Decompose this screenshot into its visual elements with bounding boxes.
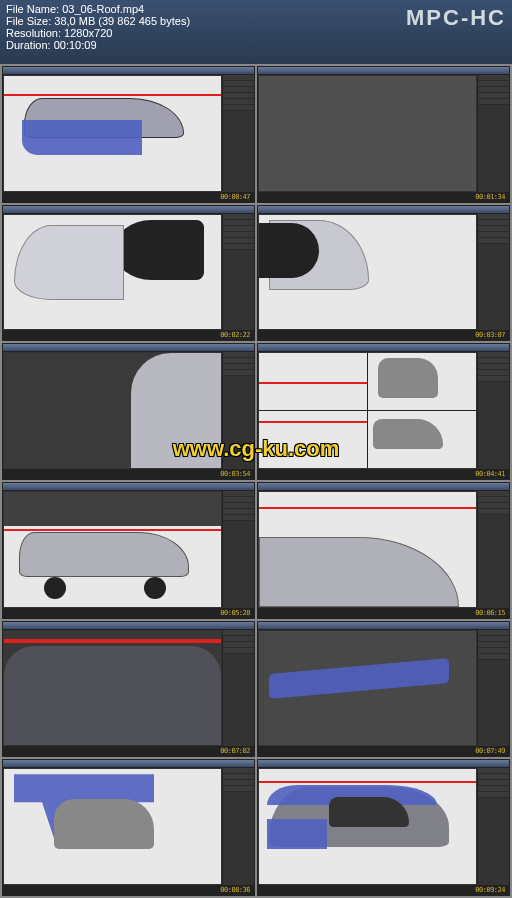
window-titlebar (258, 67, 509, 75)
property-panel (477, 768, 509, 885)
timecode: 00:05:28 (220, 609, 250, 617)
viewport (258, 352, 477, 469)
property-panel (222, 491, 254, 608)
window-titlebar (258, 344, 509, 352)
thumbnail-3[interactable]: 00:02:22 (2, 205, 255, 342)
duration-value: 00:10:09 (54, 39, 97, 51)
property-panel (477, 630, 509, 747)
thumbnail-7[interactable]: 00:05:28 (2, 482, 255, 619)
app-name: MPC-HC (406, 3, 506, 31)
viewport (3, 491, 222, 608)
window-titlebar (3, 344, 254, 352)
thumbnail-12[interactable]: 00:09:24 (257, 759, 510, 896)
property-panel (477, 214, 509, 331)
viewport (3, 768, 222, 885)
viewport (258, 491, 477, 608)
timecode: 00:07:02 (220, 747, 250, 755)
file-name-label: File Name: (6, 3, 59, 15)
resolution-label: Resolution: (6, 27, 61, 39)
window-titlebar (3, 622, 254, 630)
info-left: File Name: 03_06-Roof.mp4 File Size: 38,… (6, 3, 190, 61)
timecode: 00:09:24 (475, 886, 505, 894)
timecode: 00:04:41 (475, 470, 505, 478)
timecode: 00:03:54 (220, 470, 250, 478)
property-panel (477, 75, 509, 192)
viewport (258, 630, 477, 747)
property-panel (222, 75, 254, 192)
viewport (3, 75, 222, 192)
thumbnail-4[interactable]: 00:03:07 (257, 205, 510, 342)
timecode: 00:01:34 (475, 193, 505, 201)
duration-label: Duration: (6, 39, 51, 51)
file-size-label: File Size: (6, 15, 51, 27)
thumbnail-5[interactable]: 00:03:54 (2, 343, 255, 480)
file-name-value: 03_06-Roof.mp4 (62, 3, 144, 15)
viewport (258, 75, 477, 192)
timecode: 00:03:07 (475, 331, 505, 339)
timecode: 00:06:15 (475, 609, 505, 617)
thumbnail-9[interactable]: 00:07:02 (2, 621, 255, 758)
thumbnail-8[interactable]: 00:06:15 (257, 482, 510, 619)
timecode: 00:00:47 (220, 193, 250, 201)
window-titlebar (3, 67, 254, 75)
thumbnail-2[interactable]: 00:01:34 (257, 66, 510, 203)
viewport (3, 214, 222, 331)
timecode: 00:07:49 (475, 747, 505, 755)
window-titlebar (258, 622, 509, 630)
window-titlebar (3, 483, 254, 491)
info-bar: File Name: 03_06-Roof.mp4 File Size: 38,… (0, 0, 512, 64)
thumbnail-10[interactable]: 00:07:49 (257, 621, 510, 758)
viewport (3, 630, 222, 747)
property-panel (222, 352, 254, 469)
property-panel (477, 491, 509, 608)
thumbnail-6[interactable]: 00:04:41 (257, 343, 510, 480)
window-titlebar (258, 483, 509, 491)
viewport (3, 352, 222, 469)
thumbnail-11[interactable]: 00:08:36 (2, 759, 255, 896)
timecode: 00:02:22 (220, 331, 250, 339)
property-panel (222, 214, 254, 331)
window-titlebar (3, 760, 254, 768)
property-panel (222, 630, 254, 747)
property-panel (477, 352, 509, 469)
file-size-value: 38,0 MB (39 862 465 bytes) (54, 15, 190, 27)
thumbnail-grid: 00:00:47 00:01:34 00:02:22 (0, 64, 512, 898)
thumbnail-1[interactable]: 00:00:47 (2, 66, 255, 203)
timecode: 00:08:36 (220, 886, 250, 894)
window-titlebar (3, 206, 254, 214)
resolution-value: 1280x720 (64, 27, 112, 39)
viewport (258, 768, 477, 885)
viewport (258, 214, 477, 331)
window-titlebar (258, 760, 509, 768)
property-panel (222, 768, 254, 885)
window-titlebar (258, 206, 509, 214)
